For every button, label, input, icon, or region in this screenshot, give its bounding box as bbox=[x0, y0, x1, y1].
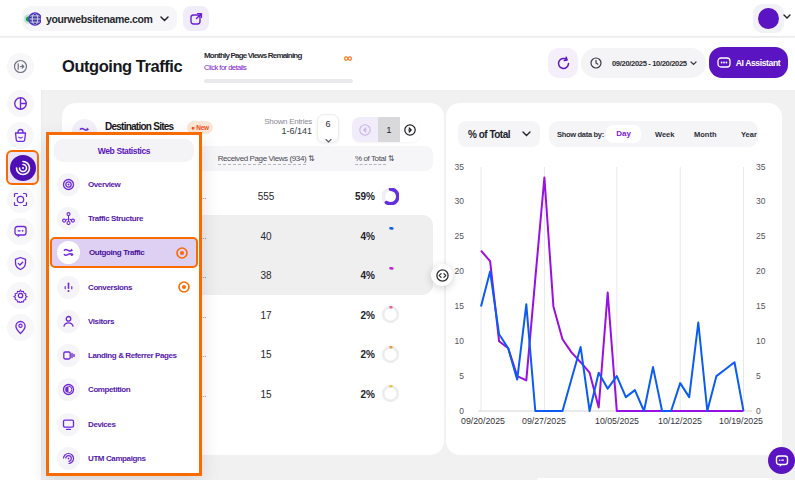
svg-text:10/19/2025: 10/19/2025 bbox=[719, 416, 763, 426]
svg-text:20: 20 bbox=[756, 266, 766, 276]
svg-text:25: 25 bbox=[756, 231, 766, 241]
svg-text:10/12/2025: 10/12/2025 bbox=[658, 416, 702, 426]
svg-text:25: 25 bbox=[455, 231, 465, 241]
svg-text:0: 0 bbox=[459, 406, 464, 416]
svg-text:30: 30 bbox=[455, 196, 465, 206]
svg-text:09/27/2025: 09/27/2025 bbox=[522, 416, 566, 426]
svg-text:10: 10 bbox=[756, 336, 766, 346]
svg-text:5: 5 bbox=[459, 371, 464, 381]
svg-text:20: 20 bbox=[455, 266, 465, 276]
svg-text:35: 35 bbox=[756, 162, 766, 172]
svg-text:0: 0 bbox=[756, 406, 761, 416]
svg-text:09/20/2025: 09/20/2025 bbox=[461, 416, 505, 426]
svg-text:5: 5 bbox=[756, 371, 761, 381]
svg-text:10: 10 bbox=[455, 336, 465, 346]
svg-text:15: 15 bbox=[756, 301, 766, 311]
svg-text:35: 35 bbox=[455, 162, 465, 172]
svg-text:15: 15 bbox=[455, 301, 465, 311]
svg-text:30: 30 bbox=[756, 196, 766, 206]
svg-text:10/05/2025: 10/05/2025 bbox=[595, 416, 639, 426]
